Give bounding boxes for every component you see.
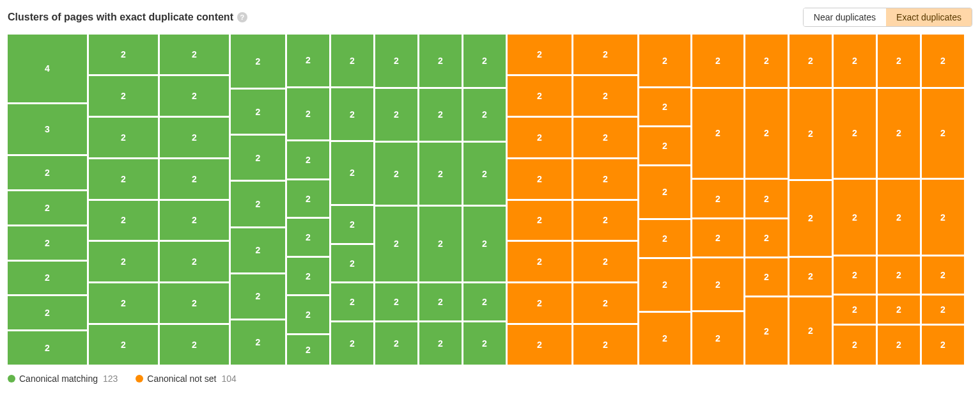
treemap-cell[interactable]: 2 — [231, 274, 285, 319]
treemap-cell[interactable]: 4 — [8, 35, 87, 102]
treemap-cell[interactable]: 2 — [789, 258, 832, 296]
treemap-cell[interactable]: 2 — [331, 35, 373, 86]
treemap-cell[interactable]: 2 — [834, 89, 876, 178]
treemap-cell[interactable]: 2 — [8, 296, 87, 329]
treemap-cell[interactable]: 2 — [287, 258, 329, 295]
treemap-cell[interactable]: 2 — [573, 35, 637, 74]
treemap-cell[interactable]: 2 — [231, 320, 285, 365]
treemap-cell[interactable]: 2 — [834, 256, 876, 294]
treemap-cell[interactable]: 2 — [287, 219, 329, 256]
treemap-cell[interactable]: 2 — [745, 258, 788, 296]
treemap-cell[interactable]: 2 — [789, 181, 832, 256]
treemap-cell[interactable]: 2 — [375, 207, 417, 281]
treemap-cell[interactable]: 2 — [160, 76, 229, 116]
treemap-cell[interactable]: 2 — [922, 180, 964, 255]
treemap-cell[interactable]: 2 — [287, 35, 329, 86]
exact-duplicates-button[interactable]: Exact duplicates — [886, 8, 972, 26]
treemap-cell[interactable]: 2 — [745, 35, 788, 87]
treemap-cell[interactable]: 2 — [573, 76, 637, 116]
treemap-cell[interactable]: 2 — [160, 325, 229, 365]
treemap-cell[interactable]: 2 — [375, 89, 417, 141]
treemap-cell[interactable]: 2 — [692, 219, 743, 256]
treemap-cell[interactable]: 2 — [508, 201, 572, 240]
treemap-cell[interactable]: 2 — [287, 88, 329, 140]
treemap-cell[interactable]: 2 — [331, 142, 373, 204]
treemap-cell[interactable]: 2 — [287, 180, 329, 217]
treemap-cell[interactable]: 2 — [508, 118, 572, 157]
help-icon[interactable]: ? — [237, 12, 247, 22]
treemap-cell[interactable]: 2 — [573, 283, 637, 323]
treemap-cell[interactable]: 2 — [639, 220, 690, 257]
treemap-cell[interactable]: 2 — [692, 35, 743, 87]
treemap-cell[interactable]: 2 — [692, 312, 743, 365]
treemap-cell[interactable]: 2 — [8, 331, 87, 365]
treemap-cell[interactable]: 2 — [231, 90, 285, 134]
treemap-cell[interactable]: 2 — [834, 326, 876, 365]
treemap-cell[interactable]: 2 — [508, 325, 572, 365]
treemap-cell[interactable]: 2 — [89, 35, 158, 74]
treemap-cell[interactable]: 2 — [89, 118, 158, 157]
treemap-cell[interactable]: 2 — [419, 89, 462, 141]
treemap-cell[interactable]: 2 — [419, 283, 462, 320]
treemap-cell[interactable]: 2 — [745, 89, 788, 178]
treemap-cell[interactable]: 2 — [639, 127, 690, 164]
treemap-cell[interactable]: 2 — [922, 89, 964, 178]
treemap-cell[interactable]: 2 — [331, 245, 373, 282]
treemap-cell[interactable]: 2 — [331, 206, 373, 243]
treemap-cell[interactable]: 2 — [160, 283, 229, 323]
treemap-cell[interactable]: 2 — [231, 35, 285, 88]
treemap-cell[interactable]: 2 — [878, 89, 920, 178]
treemap-cell[interactable]: 2 — [745, 219, 788, 256]
treemap-cell[interactable]: 2 — [639, 88, 690, 125]
treemap-cell[interactable]: 2 — [573, 325, 637, 365]
treemap-cell[interactable]: 2 — [878, 180, 920, 255]
treemap-cell[interactable]: 2 — [160, 242, 229, 281]
treemap-cell[interactable]: 2 — [573, 118, 637, 157]
treemap-cell[interactable]: 2 — [375, 322, 417, 365]
treemap-cell[interactable]: 2 — [692, 180, 743, 217]
treemap-cell[interactable]: 2 — [375, 35, 417, 87]
treemap-cell[interactable]: 2 — [573, 242, 637, 281]
treemap-cell[interactable]: 2 — [160, 118, 229, 157]
treemap-cell[interactable]: 2 — [231, 228, 285, 272]
treemap-cell[interactable]: 2 — [160, 159, 229, 199]
treemap-cell[interactable]: 2 — [89, 242, 158, 281]
treemap-cell[interactable]: 2 — [160, 201, 229, 240]
treemap-cell[interactable]: 2 — [463, 143, 506, 205]
treemap-cell[interactable]: 2 — [922, 35, 964, 87]
treemap-cell[interactable]: 2 — [231, 136, 285, 180]
treemap-cell[interactable]: 2 — [789, 89, 832, 179]
treemap-cell[interactable]: 2 — [878, 326, 920, 365]
treemap-cell[interactable]: 2 — [89, 201, 158, 240]
treemap-cell[interactable]: 2 — [331, 88, 373, 140]
treemap-cell[interactable]: 2 — [878, 256, 920, 294]
treemap-cell[interactable]: 2 — [922, 326, 964, 365]
treemap-cell[interactable]: 2 — [508, 35, 572, 74]
treemap-cell[interactable]: 2 — [922, 296, 964, 324]
treemap-cell[interactable]: 2 — [331, 322, 373, 365]
treemap-cell[interactable]: 2 — [89, 159, 158, 199]
treemap-cell[interactable]: 2 — [922, 256, 964, 294]
treemap-cell[interactable]: 2 — [375, 283, 417, 320]
treemap-cell[interactable]: 2 — [231, 182, 285, 226]
treemap-cell[interactable]: 2 — [463, 207, 506, 281]
treemap-cell[interactable]: 2 — [508, 242, 572, 281]
treemap-cell[interactable]: 2 — [639, 259, 690, 311]
treemap-cell[interactable]: 2 — [573, 159, 637, 199]
treemap-cell[interactable]: 2 — [419, 322, 462, 365]
treemap-cell[interactable]: 2 — [789, 35, 832, 87]
treemap-cell[interactable]: 2 — [287, 335, 329, 365]
treemap-cell[interactable]: 2 — [789, 297, 832, 365]
treemap-cell[interactable]: 2 — [639, 35, 690, 86]
treemap-cell[interactable]: 2 — [287, 141, 329, 178]
legend-item-notset[interactable]: Canonical not set 104 — [136, 374, 237, 384]
treemap-cell[interactable]: 2 — [8, 262, 87, 295]
treemap-cell[interactable]: 2 — [8, 191, 87, 225]
treemap-cell[interactable]: 2 — [692, 258, 743, 311]
treemap-cell[interactable]: 2 — [89, 283, 158, 323]
treemap-cell[interactable]: 2 — [8, 226, 87, 260]
treemap-cell[interactable]: 2 — [692, 89, 743, 178]
treemap-cell[interactable]: 2 — [419, 35, 462, 87]
treemap-cell[interactable]: 2 — [878, 35, 920, 87]
treemap-cell[interactable]: 2 — [834, 35, 876, 87]
